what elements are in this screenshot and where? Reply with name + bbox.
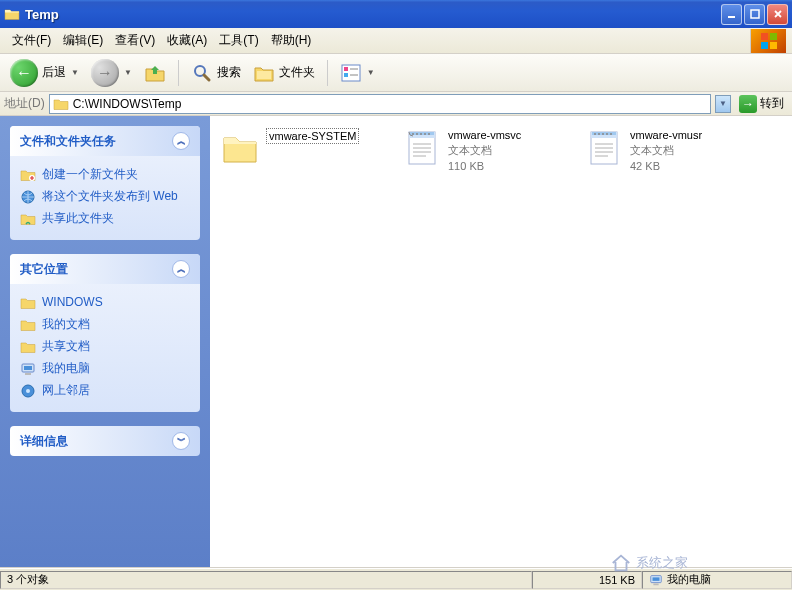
place-windows[interactable]: WINDOWS [20,292,190,314]
item-name: vmware-vmsvc [448,128,521,142]
tasks-panel-header[interactable]: 文件和文件夹任务 ︽ [10,126,200,156]
list-item[interactable]: vmware-vmsvc 文本文档 110 KB [402,128,578,173]
svg-point-40 [598,133,600,135]
new-folder-icon [20,167,36,183]
places-panel: 其它位置 ︽ WINDOWS 我的文档 共享文档 我的电脑 [10,254,200,412]
task-share-folder[interactable]: 共享此文件夹 [20,208,190,230]
collapse-icon[interactable]: ︽ [172,132,190,150]
toolbar: ← 后退 ▼ → ▼ 搜索 文件夹 ▼ [0,54,792,92]
svg-point-28 [416,133,418,135]
file-list-pane[interactable]: vmware-SYSTEM vmware-vmsvc 文本文档 110 KB v… [210,116,792,567]
svg-rect-9 [344,67,348,71]
go-button[interactable]: → 转到 [735,94,788,114]
task-publish-web[interactable]: 将这个文件夹发布到 Web [20,186,190,208]
svg-rect-1 [751,10,759,18]
svg-point-42 [606,133,608,135]
back-button[interactable]: ← 后退 ▼ [6,57,83,89]
svg-rect-2 [761,33,768,40]
place-label: 我的电脑 [42,361,90,377]
status-objects: 3 个对象 [0,571,532,589]
svg-rect-4 [761,42,768,49]
details-panel-header[interactable]: 详细信息 ︾ [10,426,200,456]
svg-rect-16 [24,366,32,370]
search-label: 搜索 [217,64,241,81]
svg-point-29 [420,133,422,135]
maximize-button[interactable] [744,4,765,25]
menu-tools[interactable]: 工具(T) [213,29,264,52]
search-button[interactable]: 搜索 [187,60,245,86]
address-input[interactable] [73,97,707,111]
svg-rect-45 [653,577,660,581]
minimize-button[interactable] [721,4,742,25]
task-label: 将这个文件夹发布到 Web [42,189,178,205]
item-name: vmware-SYSTEM [266,128,359,144]
places-panel-header[interactable]: 其它位置 ︽ [10,254,200,284]
folder-icon [20,295,36,311]
go-icon: → [739,95,757,113]
svg-rect-5 [770,42,777,49]
chevron-down-icon[interactable]: ▼ [71,68,79,77]
svg-line-7 [204,75,209,80]
status-size: 151 KB [532,571,642,589]
place-mydocs[interactable]: 我的文档 [20,314,190,336]
svg-rect-10 [344,73,348,77]
window-titlebar: Temp [0,0,792,28]
windows-logo-icon [750,29,786,53]
item-type: 文本文档 [448,143,521,157]
menu-favorites[interactable]: 收藏(A) [161,29,213,52]
text-file-icon [402,128,442,168]
menu-view[interactable]: 查看(V) [109,29,161,52]
svg-point-31 [428,133,430,135]
place-network[interactable]: 网上邻居 [20,380,190,402]
separator [327,60,328,86]
svg-point-27 [412,133,414,135]
item-size: 42 KB [630,159,702,173]
chevron-down-icon[interactable]: ▼ [124,68,132,77]
menu-edit[interactable]: 编辑(E) [57,29,109,52]
list-item[interactable]: vmware-SYSTEM [220,128,396,173]
item-size: 110 KB [448,159,521,173]
folder-icon [20,317,36,333]
status-location: 我的电脑 [642,571,792,589]
computer-icon [20,361,36,377]
globe-icon [20,189,36,205]
tasks-panel-title: 文件和文件夹任务 [20,133,116,150]
views-button[interactable]: ▼ [336,60,379,86]
forward-button[interactable]: → ▼ [87,57,136,89]
menu-file[interactable]: 文件(F) [6,29,57,52]
statusbar: 3 个对象 151 KB 我的电脑 [0,568,792,590]
place-label: WINDOWS [42,295,103,311]
back-icon: ← [10,59,38,87]
place-label: 网上邻居 [42,383,90,399]
addressbar: 地址(D) ▼ → 转到 [0,92,792,116]
expand-icon[interactable]: ︾ [172,432,190,450]
places-panel-title: 其它位置 [20,261,68,278]
folders-label: 文件夹 [279,64,315,81]
share-folder-icon [20,211,36,227]
place-shareddocs[interactable]: 共享文档 [20,336,190,358]
go-label: 转到 [760,95,784,112]
place-label: 我的文档 [42,317,90,333]
place-label: 共享文档 [42,339,90,355]
address-dropdown-button[interactable]: ▼ [715,95,731,113]
collapse-icon[interactable]: ︽ [172,260,190,278]
folder-up-icon [144,62,166,84]
window-title: Temp [25,7,721,22]
folder-icon [20,339,36,355]
sidebar: 文件和文件夹任务 ︽ 创建一个新文件夹 将这个文件夹发布到 Web 共享此文件夹 [0,116,210,567]
address-label: 地址(D) [4,95,45,112]
menubar: 文件(F) 编辑(E) 查看(V) 收藏(A) 工具(T) 帮助(H) [0,28,792,54]
list-item[interactable]: vmware-vmusr 文本文档 42 KB [584,128,760,173]
chevron-down-icon[interactable]: ▼ [367,68,375,77]
svg-rect-46 [653,583,658,585]
menu-help[interactable]: 帮助(H) [265,29,318,52]
task-new-folder[interactable]: 创建一个新文件夹 [20,164,190,186]
place-mycomputer[interactable]: 我的电脑 [20,358,190,380]
folders-button[interactable]: 文件夹 [249,60,319,86]
tasks-panel: 文件和文件夹任务 ︽ 创建一个新文件夹 将这个文件夹发布到 Web 共享此文件夹 [10,126,200,240]
svg-rect-3 [770,33,777,40]
up-button[interactable] [140,60,170,86]
folder-icon [220,128,260,168]
close-button[interactable] [767,4,788,25]
address-input-wrap[interactable] [49,94,711,114]
